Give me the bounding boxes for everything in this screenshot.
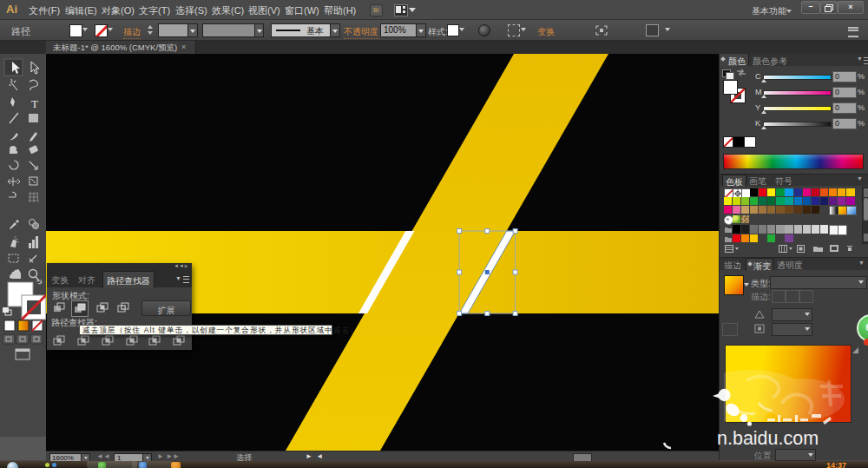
- svg-text:T: T: [31, 97, 38, 110]
